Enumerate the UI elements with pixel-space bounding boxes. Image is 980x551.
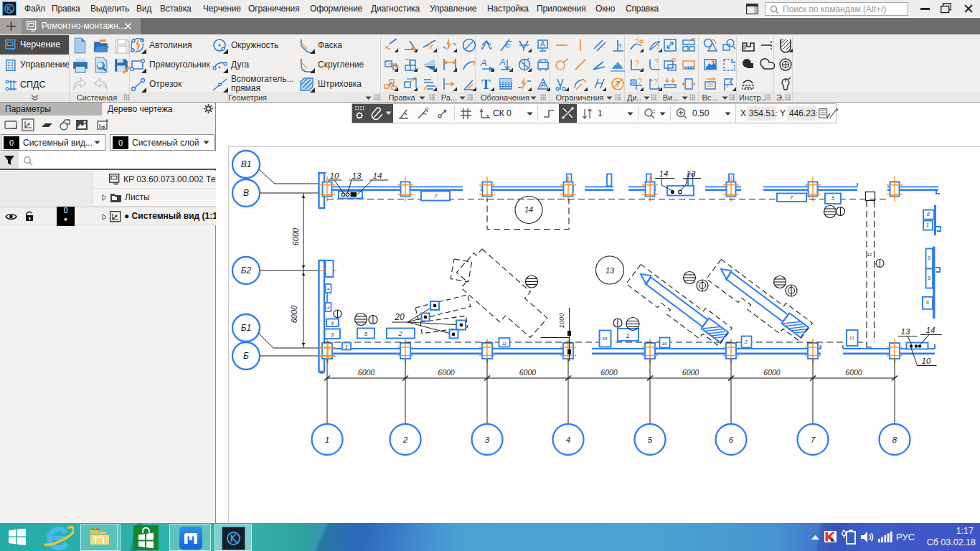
svg-text:?: ? [654,78,658,86]
svg-text:18: 18 [603,336,608,341]
svg-text:?: ? [654,57,659,66]
svg-text:6000: 6000 [291,227,300,245]
svg-text:Б1: Б1 [241,323,251,333]
svg-text:9: 9 [928,255,930,260]
svg-text:6000: 6000 [438,368,455,377]
svg-text:2: 2 [397,330,402,337]
svg-text:3: 3 [331,331,334,338]
svg-text:1: 1 [345,344,348,349]
svg-text:6000: 6000 [845,368,862,377]
svg-text:13: 13 [606,266,615,275]
svg-text:6000: 6000 [600,368,618,377]
svg-text:2: 2 [744,339,748,344]
svg-text:11: 11 [502,342,507,346]
svg-text:13: 13 [352,171,362,180]
svg-text:6000: 6000 [519,368,537,377]
svg-text:А: А [499,57,506,67]
svg-text:E: E [505,39,512,50]
svg-text:6000: 6000 [358,368,375,377]
svg-text:1000: 1000 [557,313,565,329]
svg-text:14: 14 [659,169,669,178]
svg-text:7: 7 [790,194,793,201]
svg-text:6000: 6000 [763,368,781,377]
svg-text:Б2: Б2 [241,265,252,276]
svg-text:14: 14 [373,171,382,180]
svg-text:12: 12 [867,253,872,257]
svg-text:6000: 6000 [290,305,298,323]
svg-text:6: 6 [729,435,734,444]
svg-text:В: В [243,188,249,198]
svg-text:7: 7 [811,435,816,444]
svg-text:6000: 6000 [682,368,699,377]
svg-text:1: 1 [325,435,329,444]
svg-text:5: 5 [364,331,368,337]
svg-text:20: 20 [394,312,405,322]
svg-text:В1: В1 [241,159,252,169]
svg-text:4: 4 [566,435,570,444]
svg-text:10: 10 [330,171,339,180]
svg-text:10: 10 [922,357,931,365]
svg-text:8: 8 [892,435,897,444]
svg-text:Б: Б [243,351,249,361]
svg-text:?: ? [656,42,660,50]
svg-text:5: 5 [831,195,835,202]
svg-text:?: ? [635,59,639,67]
svg-text:7: 7 [434,193,438,199]
svg-text:1: 1 [626,332,629,339]
svg-text:?: ? [638,77,642,85]
svg-text:13: 13 [849,336,854,340]
svg-text:4: 4 [331,321,334,326]
svg-text:А: А [540,40,545,48]
svg-text:14: 14 [524,205,533,214]
svg-text:13: 13 [901,327,910,336]
svg-text:T: T [481,77,491,92]
svg-text:16: 16 [662,342,667,346]
svg-text:1: 1 [926,222,929,227]
svg-text:3: 3 [485,435,490,444]
svg-text:13: 13 [687,169,696,178]
svg-text:?: ? [635,38,639,46]
svg-text:9: 9 [928,276,930,281]
svg-text:14: 14 [926,326,936,334]
svg-text:?: ? [616,80,620,88]
svg-text:8: 8 [927,212,930,217]
svg-text:5: 5 [648,435,653,444]
svg-text:2: 2 [402,435,408,444]
svg-text:А: А [540,81,546,89]
svg-text:А: А [480,57,487,68]
svg-text:6: 6 [926,300,929,305]
